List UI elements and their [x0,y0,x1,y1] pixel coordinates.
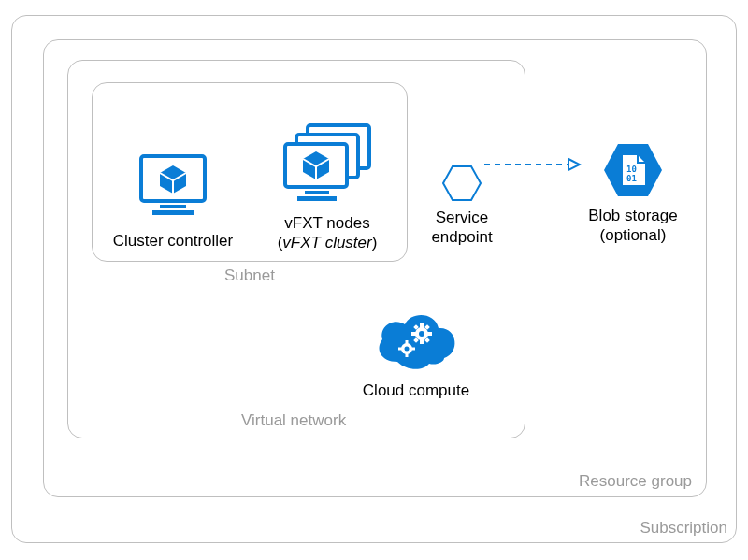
svg-rect-20 [420,323,424,328]
svg-rect-33 [411,347,415,350]
svg-rect-8 [305,191,329,194]
service-endpoint-label: Service endpoint [431,208,492,248]
svg-rect-2 [152,210,194,215]
cloud-compute-label: Cloud compute [363,381,469,400]
svg-point-29 [405,346,410,351]
arrow-endpoint-to-blob [482,155,582,174]
svg-rect-1 [160,205,186,208]
vfxt-nodes-label: vFXT nodes (vFXT cluster) [278,213,378,253]
blob-storage-label: Blob storage (optional) [588,206,677,246]
svg-rect-30 [406,340,409,344]
resource-group-label: Resource group [579,472,692,491]
svg-rect-31 [406,353,409,357]
svg-text:01: 01 [626,174,637,183]
cluster-controller-label: Cluster controller [113,231,234,251]
blob-storage: 10 01 Blob storage (optional) [572,133,694,245]
svg-rect-23 [427,332,432,336]
hexagon-file-icon: 10 01 [602,142,664,198]
vfxt-nodes: vFXT nodes (vFXT cluster) [257,93,397,252]
vnet-label: Virtual network [241,411,346,430]
subscription-label: Subscription [640,519,727,538]
cloud-gears-icon [369,308,463,375]
subnet-label: Subnet [224,266,275,285]
cluster-controller: Cluster controller [103,110,243,251]
svg-text:10: 10 [626,165,637,174]
svg-point-19 [419,331,424,337]
svg-rect-22 [411,332,416,336]
vfxt-nodes-line1: vFXT nodes [284,214,369,232]
monitor-stack-icon [281,122,373,206]
svg-rect-21 [420,339,424,344]
svg-marker-12 [443,166,481,200]
svg-rect-32 [398,347,402,350]
svg-rect-9 [297,196,337,201]
cloud-compute: Cloud compute [346,288,486,400]
monitor-cube-icon [137,152,209,220]
hexagon-icon [441,165,482,202]
